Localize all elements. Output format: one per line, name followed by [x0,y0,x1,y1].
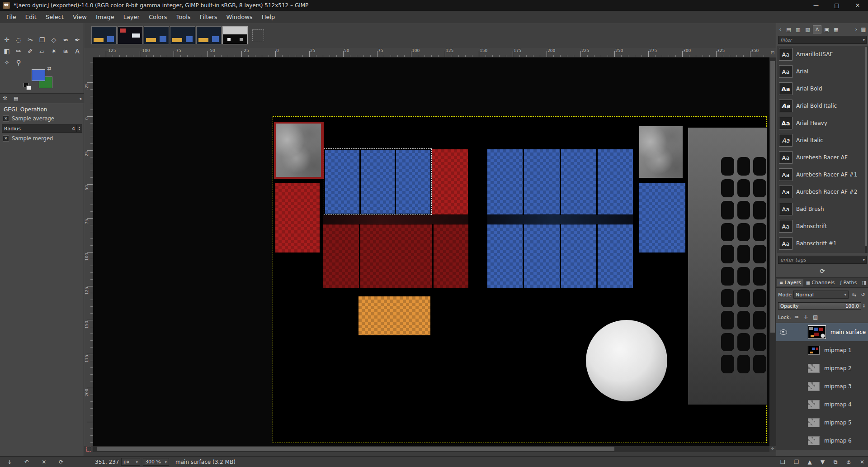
minimize-button[interactable]: — [806,0,826,11]
menu-layer[interactable]: Layer [119,11,144,23]
lock-position-icon[interactable]: ✛ [804,314,808,320]
font-item-bahnschrift[interactable]: Aa Bahnschrift [777,218,865,235]
sample-average-checkbox[interactable]: ✕ [3,115,9,122]
sample-merged-checkbox[interactable]: ✕ [3,135,9,142]
font-list-scrollbar[interactable] [865,46,868,253]
layer-row-mipmap-1[interactable]: mipmap 1 [776,341,868,359]
menu-edit[interactable]: Edit [21,11,41,23]
image-canvas[interactable] [93,57,769,446]
opacity-slider[interactable]: Opacity 100.0 [778,302,861,310]
raise-layer-button[interactable]: ▲ [807,459,811,465]
unit-dropdown[interactable]: px ▾ [121,458,140,466]
layer-row-mipmap-4[interactable]: mipmap 4 [776,396,868,414]
paintbrush-tool[interactable]: ✐ [24,45,36,57]
lock-alpha-icon[interactable]: ▨ [813,314,818,320]
dock-tabs-scroll-left-icon[interactable]: ‹ [777,26,783,33]
new-group-button[interactable]: ❐ [794,459,799,465]
delete-layer-button[interactable]: ✕ [860,459,864,465]
zoom-follow-window-button[interactable]: ⊡ [769,48,776,57]
font-filter-input[interactable] [778,37,863,43]
layer-row-mipmap-2[interactable]: mipmap 2 [776,359,868,377]
layer-row-mipmap-3[interactable]: mipmap 3 [776,377,868,396]
horizontal-scrollbar[interactable] [93,446,769,452]
font-item-arial[interactable]: Aa Arial [777,63,865,80]
font-item-bad-brush[interactable]: Aa Bad Brush [777,200,865,218]
warp-transform-tool[interactable]: ≈ [60,34,71,45]
panel-config-button[interactable]: ◨ [862,280,867,286]
unified-transform-tool[interactable]: ◇ [48,34,60,45]
dock-tab-document-history[interactable]: ▣ [822,25,831,33]
menu-file[interactable]: File [2,11,21,23]
lock-pixels-icon[interactable]: ✏ [795,314,799,320]
menu-tools[interactable]: Tools [172,11,195,23]
image-tab-3[interactable] [144,26,169,44]
image-tab-2[interactable] [118,26,143,44]
paths-tool[interactable]: ✒ [71,34,83,45]
radius-spin-down-icon[interactable]: ▾ [77,129,82,131]
opacity-spin-down-icon[interactable]: ▾ [861,306,867,308]
bucket-fill-tool[interactable]: ◧ [1,45,13,57]
font-item-amarillousaf[interactable]: Aa AmarilloUSAF [777,46,865,63]
swap-colors-icon[interactable]: ⇄ [47,66,51,71]
image-tab-1[interactable] [91,26,117,44]
dock-tabs-scroll-right-icon[interactable]: › [853,26,859,33]
text-tool[interactable]: A [71,45,83,57]
dock-tab-patterns[interactable]: ▥ [794,25,802,33]
layer-visibility-toggle[interactable] [780,366,791,371]
menu-windows[interactable]: Windows [222,11,257,23]
font-item-arial-bold[interactable]: Aa Arial Bold [777,80,865,97]
lower-layer-button[interactable]: ▼ [821,459,825,465]
font-item-aurebesh-racer-af-1[interactable]: Aa Aurebesh Racer AF #1 [777,166,865,183]
reset-tool-options-button[interactable]: ⟳ [59,459,63,465]
font-list-scrollbar-thumb[interactable] [865,47,867,246]
device-status-tab-icon[interactable]: ▤ [14,95,18,101]
eraser-tool[interactable]: ▱ [36,45,48,57]
tab-layers[interactable]: ≡ Layers [777,279,803,286]
mode-reset-button[interactable]: ↺ [859,292,867,298]
horizontal-scrollbar-thumb[interactable] [97,447,614,451]
image-tab-5[interactable] [196,26,222,44]
tab-menu-button[interactable]: ◂ [79,96,81,101]
opacity-spinner[interactable]: ▴ ▾ [861,304,867,308]
anchor-layer-button[interactable]: ⚓ [846,459,851,465]
menu-help[interactable]: Help [257,11,280,23]
mode-dropdown[interactable]: Normal ▾ [793,291,849,299]
menu-select[interactable]: Select [41,11,68,23]
dock-tab-images[interactable]: ▦ [832,25,840,33]
vertical-scrollbar-thumb[interactable] [770,61,775,333]
vertical-scrollbar[interactable] [769,57,776,446]
color-picker-tool[interactable]: ✧ [1,57,13,68]
default-colors-icon[interactable] [24,83,32,90]
navigation-button[interactable]: ✛ [769,446,776,452]
image-tab-4[interactable] [170,26,195,44]
layer-row-mipmap-6[interactable]: mipmap 6 [776,432,868,450]
dock-tab-fonts[interactable]: A [813,25,821,33]
font-item-arial-italic[interactable]: Aa Arial Italic [777,132,865,149]
maximize-button[interactable]: □ [826,0,847,11]
layer-row-mipmap-5[interactable]: mipmap 5 [776,414,868,432]
tab-channels[interactable]: ▦ Channels [804,279,837,286]
menu-view[interactable]: View [68,11,91,23]
tool-options-tab-icon[interactable]: ⚒ [3,95,7,101]
foreground-color-swatch[interactable] [32,69,45,81]
airbrush-tool[interactable]: ✴ [48,45,60,57]
menu-filters[interactable]: Filters [195,11,222,23]
font-item-aurebesh-racer-af[interactable]: Aa Aurebesh Racer AF [777,149,865,166]
dock-menu-icon[interactable]: ▩ [860,26,867,33]
tags-input[interactable] [778,257,863,263]
pencil-tool[interactable]: ✏ [13,45,24,57]
menu-colors[interactable]: Colors [144,11,172,23]
smudge-tool[interactable]: ≋ [60,45,71,57]
mode-switch-button[interactable]: ⇆ [850,292,858,298]
font-item-arial-heavy[interactable]: Aa Arial Heavy [777,114,865,132]
filter-dropdown-icon[interactable]: ▾ [863,38,866,42]
layer-visibility-toggle[interactable] [780,384,791,389]
zoom-dropdown[interactable]: 300 % ▾ [143,458,169,466]
image-tab-6-active[interactable] [222,26,248,44]
radius-spin-scale[interactable]: Radius 4 ▴ ▾ [2,124,82,133]
refresh-fonts-button[interactable]: ⟳ [820,267,825,275]
close-button[interactable]: ✕ [847,0,868,11]
duplicate-layer-button[interactable]: ⧉ [834,459,838,465]
layer-visibility-toggle[interactable] [780,329,791,335]
menu-image[interactable]: Image [91,11,119,23]
